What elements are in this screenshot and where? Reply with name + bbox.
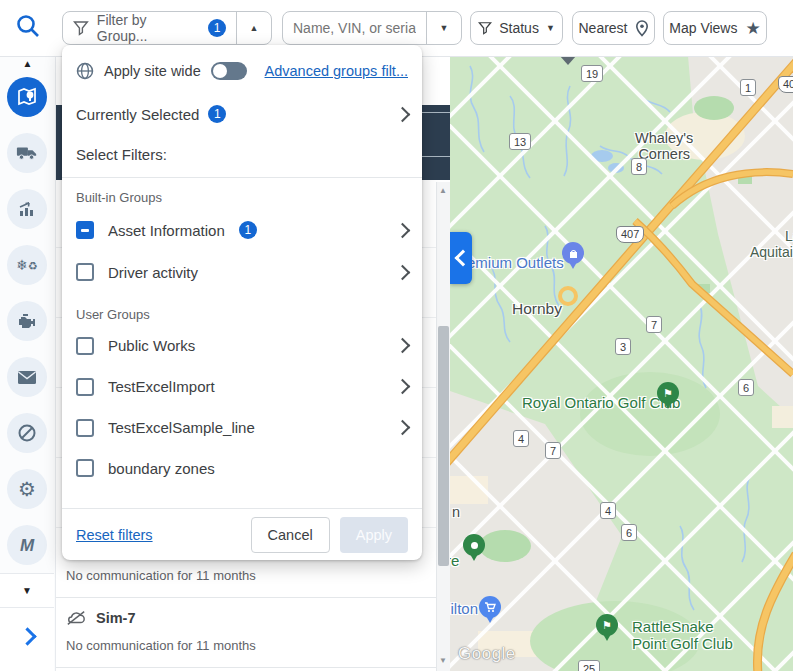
apply-button[interactable]: Apply bbox=[340, 517, 408, 553]
apply-site-wide-label: Apply site wide bbox=[104, 63, 201, 79]
checkbox-unchecked[interactable] bbox=[76, 459, 94, 477]
filter-by-group-label: Filter by Group... bbox=[97, 12, 200, 44]
advanced-groups-filter-link[interactable]: Advanced groups filt... bbox=[265, 63, 408, 79]
road-marker: 4 bbox=[600, 502, 616, 519]
park-pin-icon[interactable] bbox=[463, 534, 485, 556]
sidebar-item-productivity[interactable] bbox=[7, 189, 47, 229]
chevron-up-icon: ▲ bbox=[250, 23, 259, 33]
list-item[interactable]: Sim-7 bbox=[66, 610, 136, 626]
asset-status-text: No communication for 11 months bbox=[66, 568, 256, 583]
location-pin-icon bbox=[635, 20, 649, 37]
nav-sidebar: ▲ ❄♻ bbox=[0, 56, 56, 671]
chevron-right-icon bbox=[395, 106, 411, 122]
chevron-right-icon bbox=[395, 338, 411, 354]
road-marker: 6 bbox=[738, 379, 754, 396]
cancel-button[interactable]: Cancel bbox=[251, 517, 330, 553]
road-marker: 6 bbox=[621, 524, 637, 541]
map-views-label: Map Views bbox=[669, 20, 737, 36]
golf-pin-icon[interactable]: ⚑ bbox=[657, 382, 679, 404]
sidebar-expand-button[interactable] bbox=[0, 607, 54, 671]
checkbox-unchecked[interactable] bbox=[76, 263, 94, 281]
filter-collapse-toggle[interactable]: ▲ bbox=[237, 12, 271, 44]
filter-row-public-works[interactable]: Public Works bbox=[62, 325, 422, 366]
currently-selected-badge: 1 bbox=[208, 105, 226, 123]
map-label-partial-n: n bbox=[452, 504, 460, 520]
google-watermark: Google bbox=[458, 644, 516, 664]
chevron-right-icon bbox=[18, 627, 36, 645]
asset-status-text: No communication for 11 months bbox=[66, 638, 256, 653]
highway-407-shield: 407 bbox=[778, 76, 793, 93]
map-views-button[interactable]: Map Views ★ bbox=[663, 11, 767, 45]
apply-site-wide-toggle[interactable] bbox=[211, 62, 247, 80]
status-button[interactable]: Status ▼ bbox=[470, 11, 563, 45]
road-marker: 7 bbox=[646, 316, 662, 333]
map-area[interactable]: Whaley's Corners Hornby Royal Ontario Go… bbox=[450, 56, 793, 671]
sidebar-item-winter-ops[interactable]: ❄♻ bbox=[7, 245, 47, 285]
scroll-down-icon[interactable]: ▼ bbox=[437, 656, 449, 665]
golf-pin-icon[interactable]: ⚑ bbox=[596, 614, 618, 636]
scrollbar-thumb[interactable] bbox=[438, 326, 449, 566]
filter-row-asset-information[interactable]: Asset Information 1 bbox=[62, 209, 422, 251]
reset-filters-link[interactable]: Reset filters bbox=[76, 527, 153, 543]
scroll-up-icon[interactable]: ▲ bbox=[437, 186, 449, 195]
sidebar-scroll-down[interactable]: ▼ bbox=[0, 573, 54, 608]
status-label: Status bbox=[499, 20, 539, 36]
checkbox-unchecked[interactable] bbox=[76, 337, 94, 355]
sidebar-item-marketplace[interactable]: M bbox=[7, 525, 47, 565]
road-marker: 1 bbox=[740, 79, 756, 96]
checkbox-unchecked[interactable] bbox=[76, 419, 94, 437]
filter-row-driver-activity[interactable]: Driver activity bbox=[62, 251, 422, 293]
shopping-cart-pin-icon[interactable] bbox=[479, 596, 501, 618]
list-scrollbar[interactable] bbox=[436, 182, 450, 671]
road-marker: 13 bbox=[509, 133, 531, 150]
search-icon[interactable] bbox=[14, 12, 42, 44]
truck-icon bbox=[16, 144, 38, 162]
checkbox-indeterminate[interactable] bbox=[76, 221, 94, 239]
chevron-right-icon bbox=[395, 264, 411, 280]
chevron-right-icon bbox=[395, 222, 411, 238]
filter-icon bbox=[478, 21, 492, 35]
currently-selected-row[interactable]: Currently Selected 1 bbox=[62, 93, 422, 135]
sidebar-item-fleet[interactable] bbox=[7, 133, 47, 173]
highway-407-shield: 407 bbox=[616, 226, 644, 243]
slash-circle-icon bbox=[17, 423, 37, 443]
group-filter-dropdown: Apply site wide Advanced groups filt... … bbox=[62, 45, 422, 560]
filter-row-testexcelimport[interactable]: TestExcelImport bbox=[62, 366, 422, 407]
search-input[interactable] bbox=[283, 20, 426, 36]
shopping-bag-pin-icon[interactable] bbox=[562, 242, 584, 264]
road-marker: 7 bbox=[545, 442, 561, 459]
select-filters-heading: Select Filters: bbox=[62, 135, 422, 173]
section-title-built-in: Built-in Groups bbox=[62, 190, 422, 205]
road-marker: 19 bbox=[581, 65, 603, 82]
filter-row-testexcelsample-line[interactable]: TestExcelSample_line bbox=[62, 407, 422, 448]
road-marker: 25 bbox=[578, 660, 600, 671]
filter-row-boundary-zones[interactable]: boundary zones bbox=[62, 448, 422, 488]
road-marker: 4 bbox=[513, 430, 529, 447]
asset-search-combo[interactable]: ▼ bbox=[282, 11, 462, 45]
search-dropdown-toggle[interactable]: ▼ bbox=[427, 12, 461, 44]
map-icon bbox=[16, 86, 38, 108]
sidebar-item-engine[interactable] bbox=[7, 301, 47, 341]
asset-information-badge: 1 bbox=[239, 221, 257, 239]
map-label-partial-re: re bbox=[450, 552, 459, 569]
cloud-off-icon bbox=[66, 610, 86, 626]
map-canvas bbox=[450, 56, 793, 671]
chevron-down-icon: ▼ bbox=[546, 23, 555, 33]
sidebar-item-messages[interactable] bbox=[7, 357, 47, 397]
sidebar-scroll-up[interactable]: ▲ bbox=[0, 58, 55, 69]
checkbox-unchecked[interactable] bbox=[76, 378, 94, 396]
currently-selected-label: Currently Selected bbox=[76, 106, 199, 123]
road-marker: 8 bbox=[631, 158, 647, 175]
filter-icon bbox=[73, 20, 89, 36]
engine-icon bbox=[17, 313, 37, 329]
map-label-aquitaine: La Aquitain bbox=[750, 228, 793, 260]
sidebar-item-dashboard[interactable] bbox=[7, 413, 47, 453]
filter-by-group-button[interactable]: Filter by Group... 1 ▲ bbox=[62, 11, 272, 45]
map-label-rattlesnake-golf: RattleSnake Point Golf Club bbox=[632, 618, 733, 652]
collapse-panel-tab[interactable] bbox=[450, 232, 472, 284]
sidebar-item-settings[interactable]: ⚙ bbox=[7, 469, 47, 509]
nearest-button[interactable]: Nearest bbox=[572, 11, 655, 45]
chart-icon bbox=[17, 199, 37, 219]
sidebar-item-map[interactable] bbox=[7, 77, 47, 117]
gear-icon: ⚙ bbox=[18, 479, 36, 499]
